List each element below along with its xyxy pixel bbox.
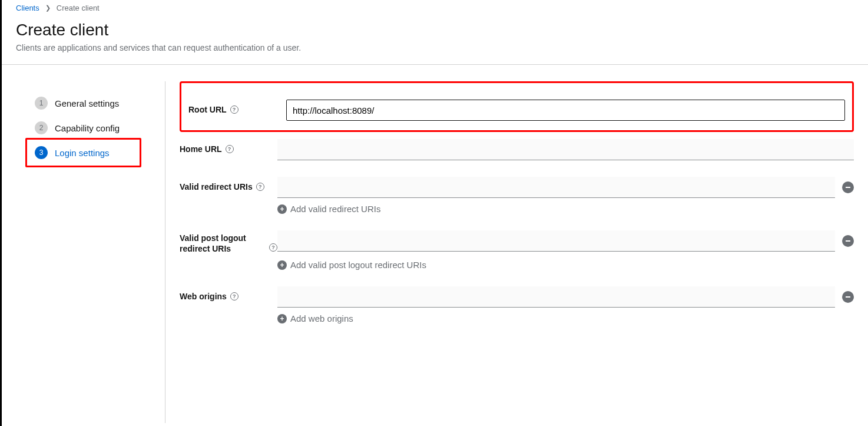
add-redirect-uri-button[interactable]: + Add valid redirect URIs — [277, 204, 854, 214]
root-url-label-col: Root URL ? — [188, 100, 286, 115]
web-origins-label-col: Web origins ? — [180, 286, 277, 302]
root-url-highlight: Root URL ? — [180, 81, 854, 132]
help-icon[interactable]: ? — [226, 145, 234, 153]
chevron-right-icon: ❯ — [45, 4, 51, 12]
page-title: Create client — [16, 21, 854, 39]
wizard-step-login[interactable]: 3 Login settings — [30, 140, 165, 165]
help-icon[interactable]: ? — [256, 183, 264, 191]
wizard-step-capability[interactable]: 2 Capability config — [30, 115, 165, 140]
redirect-uri-input[interactable] — [277, 177, 835, 198]
breadcrumb-link-clients[interactable]: Clients — [16, 4, 39, 12]
redirect-uris-group: Valid redirect URIs ? + Add valid redire… — [180, 177, 854, 214]
step-badge: 2 — [35, 121, 48, 134]
home-url-input[interactable] — [277, 139, 854, 160]
minus-icon — [845, 184, 851, 190]
post-logout-uri-input[interactable] — [277, 230, 835, 252]
wizard-step-general[interactable]: 1 General settings — [30, 91, 165, 115]
remove-web-origin-button[interactable] — [842, 291, 854, 303]
web-origins-label: Web origins — [180, 291, 227, 302]
home-url-label-col: Home URL ? — [180, 139, 277, 154]
svg-rect-2 — [846, 296, 850, 298]
post-logout-label-col: Valid post logout redirect URIs ? — [180, 230, 277, 254]
post-logout-uris-group: Valid post logout redirect URIs ? + Add … — [180, 230, 854, 270]
add-post-logout-label: Add valid post logout redirect URIs — [290, 260, 426, 270]
svg-rect-1 — [846, 240, 850, 242]
home-url-group: Home URL ? — [180, 139, 854, 160]
step-label: Login settings — [55, 148, 110, 158]
page-header: Create client Clients are applications a… — [2, 15, 868, 64]
plus-icon: + — [277, 260, 287, 270]
help-icon[interactable]: ? — [230, 105, 238, 114]
web-origin-input[interactable] — [277, 286, 835, 308]
minus-icon — [845, 238, 851, 244]
plus-icon: + — [277, 204, 287, 214]
post-logout-label: Valid post logout redirect URIs — [180, 233, 266, 254]
root-url-input[interactable] — [286, 100, 845, 121]
redirect-uris-label-col: Valid redirect URIs ? — [180, 177, 277, 192]
breadcrumb: Clients ❯ Create client — [2, 0, 868, 15]
svg-rect-0 — [846, 187, 850, 188]
plus-icon: + — [277, 314, 287, 323]
main-area: 1 General settings 2 Capability config 3… — [2, 65, 868, 423]
redirect-uris-label: Valid redirect URIs — [180, 181, 253, 192]
step-badge: 3 — [35, 146, 48, 159]
step-label: General settings — [55, 98, 119, 108]
help-icon[interactable]: ? — [269, 243, 277, 252]
step-label: Capability config — [55, 123, 120, 133]
root-url-label: Root URL — [188, 104, 227, 115]
remove-redirect-uri-button[interactable] — [842, 181, 854, 193]
breadcrumb-current: Create client — [57, 4, 100, 12]
web-origins-group: Web origins ? + Add web origins — [180, 286, 854, 323]
step-badge: 1 — [35, 97, 48, 110]
remove-post-logout-uri-button[interactable] — [842, 235, 854, 247]
help-icon[interactable]: ? — [230, 292, 238, 300]
add-web-origin-button[interactable]: + Add web origins — [277, 313, 854, 323]
add-web-origin-label: Add web origins — [290, 313, 353, 323]
wizard-nav: 1 General settings 2 Capability config 3… — [2, 81, 165, 423]
form-area: Root URL ? Home URL ? — [165, 81, 868, 423]
minus-icon — [845, 294, 851, 300]
page-subtitle: Clients are applications and services th… — [16, 43, 854, 52]
add-post-logout-uri-button[interactable]: + Add valid post logout redirect URIs — [277, 260, 854, 270]
home-url-label: Home URL — [180, 144, 222, 154]
add-redirect-uri-label: Add valid redirect URIs — [290, 204, 380, 214]
